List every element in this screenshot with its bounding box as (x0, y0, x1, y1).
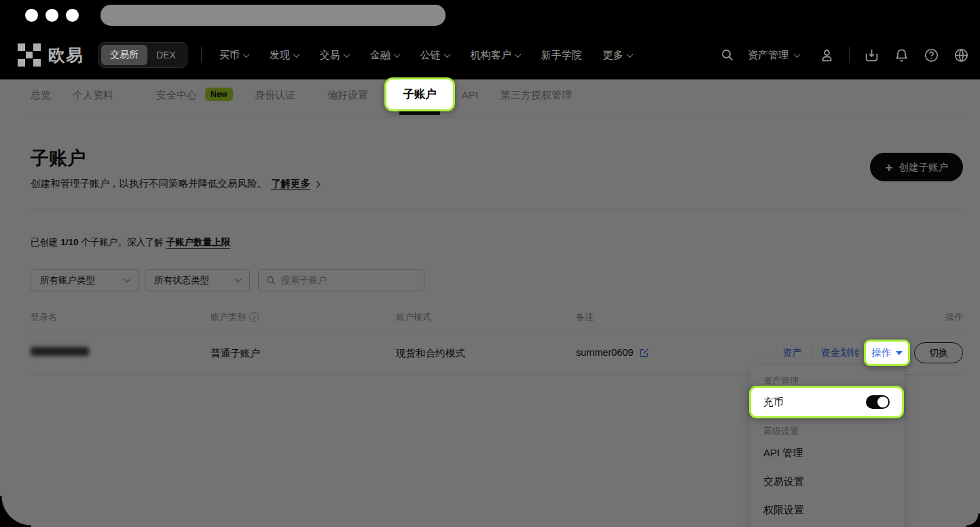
user-icon[interactable] (819, 48, 835, 63)
nav-item-chain[interactable]: 公链 (420, 49, 450, 62)
action-button-label: 操作 (871, 346, 891, 359)
divider (201, 47, 202, 63)
okx-logo-icon (18, 43, 41, 67)
top-navbar: 欧易 交易所 DEX 买币 发现 交易 金融 公链 机构客户 新手学院 更多 资… (0, 31, 980, 79)
chevron-down-icon (393, 51, 400, 58)
download-icon[interactable] (864, 48, 879, 63)
browser-chrome (0, 0, 980, 31)
assets-menu[interactable]: 资产管理 (720, 48, 799, 62)
address-bar[interactable] (101, 5, 446, 26)
toggle-exchange[interactable]: 交易所 (101, 45, 147, 65)
assets-menu-label: 资产管理 (748, 49, 788, 62)
chevron-down-icon (242, 51, 249, 58)
screen: 欧易 交易所 DEX 买币 发现 交易 金融 公链 机构客户 新手学院 更多 资… (0, 0, 980, 527)
chevron-down-icon (293, 51, 300, 58)
chevron-down-icon (443, 51, 450, 58)
toggle-knob (877, 397, 888, 407)
nav-menu: 买币 发现 交易 金融 公链 机构客户 新手学院 更多 (219, 49, 632, 62)
chevron-down-icon (514, 51, 521, 58)
chevron-down-icon (794, 51, 801, 58)
deposit-toggle[interactable] (866, 395, 890, 409)
exchange-dex-toggle: 交易所 DEX (98, 42, 187, 68)
help-icon[interactable] (924, 48, 939, 63)
nav-item-discover[interactable]: 发现 (270, 49, 299, 62)
navbar-right: 资产管理 (720, 47, 962, 63)
globe-icon[interactable] (954, 48, 969, 63)
window-control-icon[interactable] (46, 9, 58, 22)
window-corner (966, 513, 980, 527)
search-icon[interactable] (720, 48, 735, 62)
caret-down-icon (896, 351, 903, 355)
highlight-deposit-item[interactable]: 充币 (749, 386, 904, 418)
okx-logo[interactable]: 欧易 (18, 43, 84, 67)
nav-item-trade[interactable]: 交易 (320, 49, 349, 62)
window-control-icon[interactable] (25, 9, 38, 22)
bell-icon[interactable] (894, 48, 909, 63)
divider (849, 47, 850, 63)
chevron-down-icon (626, 51, 633, 58)
okx-logo-text: 欧易 (48, 44, 84, 67)
toggle-dex[interactable]: DEX (147, 46, 185, 65)
chevron-down-icon (343, 51, 350, 58)
active-tab-underline (399, 111, 440, 115)
window-corner (0, 496, 31, 527)
dim-overlay (0, 79, 980, 527)
deposit-label: 充币 (763, 396, 784, 409)
window-control-icon[interactable] (66, 9, 79, 22)
nav-item-more[interactable]: 更多 (603, 49, 632, 62)
nav-item-institutional[interactable]: 机构客户 (471, 49, 520, 62)
nav-item-finance[interactable]: 金融 (370, 49, 399, 62)
nav-item-buy[interactable]: 买币 (219, 49, 249, 62)
highlight-subaccount-tab[interactable]: 子账户 (384, 77, 455, 111)
nav-item-academy[interactable]: 新手学院 (541, 49, 582, 62)
highlight-action-button[interactable]: 操作 (864, 340, 910, 366)
